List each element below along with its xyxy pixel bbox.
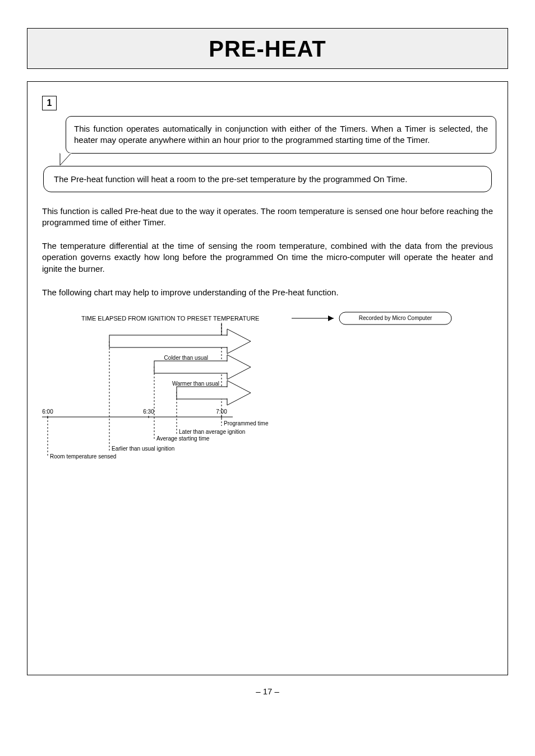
tick-600: 6:00 — [42, 409, 53, 415]
arrow-block-1 — [109, 329, 251, 354]
svg-rect-21 — [226, 387, 228, 398]
paragraph-3: The following chart may help to improve … — [42, 287, 493, 298]
paragraph-1: This function is called Pre-heat due to … — [42, 206, 493, 229]
title-banner: PRE-HEAT — [27, 28, 508, 69]
svg-marker-17 — [227, 355, 251, 379]
svg-marker-14 — [227, 329, 251, 354]
label-programmed: Programmed time — [224, 420, 269, 426]
page-number: – 17 – — [27, 687, 508, 696]
label-earlier: Earlier than usual ignition — [112, 446, 174, 452]
svg-marker-20 — [227, 381, 251, 405]
chart-top-label: TIME ELAPSED FROM IGNITION TO PRESET TEM… — [81, 315, 259, 322]
svg-marker-1 — [328, 316, 334, 321]
label-average: Average starting time — [156, 435, 210, 442]
callout-pointer-icon — [58, 153, 78, 172]
lozenge-box: The Pre-heat function will heat a room t… — [43, 166, 492, 192]
label-colder: Colder than usual — [164, 355, 208, 361]
svg-rect-16 — [154, 361, 227, 373]
callout-box: This function operates automatically in … — [66, 116, 496, 154]
preheat-diagram: TIME ELAPSED FROM IGNITION TO PRESET TEM… — [42, 310, 493, 479]
badge-recorded: Recorded by Micro Computer — [359, 315, 432, 321]
paragraph-2: The temperature differential at the time… — [42, 240, 493, 275]
label-warmer: Warmer than usual — [172, 381, 219, 387]
svg-rect-13 — [109, 335, 227, 347]
page-title: PRE-HEAT — [33, 36, 502, 62]
callout-text: This function operates automatically in … — [74, 123, 488, 146]
label-room-sensed: Room temperature sensed — [50, 453, 116, 460]
tick-630: 6:30 — [143, 409, 154, 415]
section-number: 1 — [42, 96, 57, 110]
svg-rect-15 — [226, 336, 228, 347]
label-later: Later than average ignition — [179, 429, 245, 435]
content-box: 1 This function operates automatically i… — [27, 81, 508, 675]
svg-rect-19 — [177, 387, 227, 399]
lozenge-text: The Pre-heat function will heat a room t… — [54, 174, 481, 184]
svg-rect-18 — [226, 361, 228, 373]
